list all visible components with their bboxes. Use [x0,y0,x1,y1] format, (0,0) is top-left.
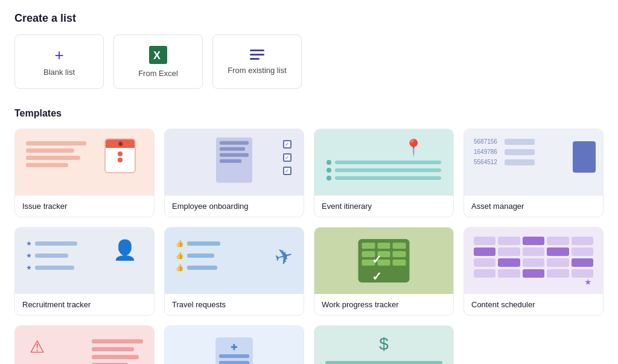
check-item-2: ✓ [283,153,291,162]
page-title: Create a list [14,12,604,25]
asset-manager-thumb: 5687156 1649786 5564512 [464,129,603,196]
templates-grid: 🐞 Issue tracker [14,129,604,364]
template-event-itinerary[interactable]: 📍 Event itinerary [314,129,454,217]
svg-text:X: X [153,49,161,62]
travel-lines: 👍 👍 👍 [176,240,220,276]
excel-icon: X [149,46,167,64]
template-incidents[interactable]: ⚠ Incidents [14,325,154,364]
employee-onboarding-thumb: ✓ ✓ ✓ [165,129,304,196]
work-progress-label: Work progress tracker [314,294,453,315]
medical-cross-icon: ✚ [231,342,238,352]
template-travel-requests[interactable]: 👍 👍 👍 ✈ Travel requests [164,227,304,316]
template-recruitment-tracker[interactable]: ★ ★ ★ 👤 Recruitment tracker [14,227,154,316]
template-employee-onboarding[interactable]: ✓ ✓ ✓ Employee onboarding [164,129,304,217]
asset-num-1: 5687156 [474,138,501,145]
patients-thumb: ✚ [165,326,304,364]
checkmark-icon-1: ✓ [372,252,382,267]
patients-clipboard: ✚ [215,337,253,364]
travel-requests-thumb: 👍 👍 👍 ✈ [165,228,304,294]
incidents-thumb: ⚠ [15,326,154,364]
loans-thumb: $ [314,326,453,364]
loan-lines [325,361,442,364]
blank-list-label: Blank list [43,68,75,77]
template-loans[interactable]: $ Loans [314,325,454,364]
person-icon: 👤 [113,238,137,261]
asset-rows: 5687156 1649786 5564512 [474,138,535,169]
lines-icon [250,48,264,61]
checkmark-icon-2: ✓ [372,269,382,284]
issue-tracker-thumb: 🐞 [15,129,154,196]
alert-icon: ⚠ [30,337,45,357]
from-existing-label: From existing list [228,66,287,75]
blank-list-button[interactable]: + Blank list [14,34,104,89]
from-existing-button[interactable]: From existing list [212,34,302,89]
event-itinerary-label: Event itinerary [314,196,453,217]
employee-doc [216,138,252,183]
templates-title: Templates [14,108,604,119]
template-issue-tracker[interactable]: 🐞 Issue tracker [14,129,154,217]
content-scheduler-thumb: ★ [464,228,603,294]
check-item-3: ✓ [283,167,291,175]
recruitment-tracker-thumb: ★ ★ ★ 👤 [15,228,154,294]
location-pin-icon: 📍 [404,138,423,157]
asset-manager-label: Asset manager [464,196,603,217]
employee-checklist: ✓ ✓ ✓ [283,140,291,175]
template-patients[interactable]: ✚ Patients [164,325,304,364]
work-board: ✓ ✓ [358,239,410,283]
recruit-star-lines: ★ ★ ★ [26,240,77,276]
asset-num-2: 1649786 [474,148,501,155]
issue-lines [26,141,86,170]
asset-num-3: 5564512 [474,159,501,165]
issue-tracker-label: Issue tracker [15,196,154,217]
work-progress-thumb: ✓ ✓ [314,228,453,294]
templates-section: Templates 🐞 [14,108,604,364]
incident-lines [92,339,143,364]
issue-calendar: 🐞 [104,138,136,173]
from-excel-button[interactable]: X From Excel [113,34,203,89]
travel-requests-label: Travel requests [165,294,304,315]
template-content-scheduler[interactable]: ★ Content scheduler [464,227,604,316]
asset-clipboard-icon [573,141,596,173]
template-asset-manager[interactable]: 5687156 1649786 5564512 Asset manager [464,129,604,217]
recruitment-tracker-label: Recruitment tracker [15,294,154,315]
from-excel-label: From Excel [138,69,178,78]
content-cal-grid [474,237,593,280]
template-work-progress[interactable]: ✓ ✓ Work progress tracker [314,227,454,316]
check-item-1: ✓ [283,140,291,148]
airplane-icon: ✈ [272,243,296,272]
star-mark-icon: ★ [584,277,592,287]
event-itinerary-thumb: 📍 [314,129,453,196]
create-options-row: + Blank list X From Excel From existing … [14,34,604,89]
content-scheduler-label: Content scheduler [464,294,603,315]
employee-onboarding-label: Employee onboarding [165,196,304,217]
dollar-sign-icon: $ [379,334,389,354]
plus-icon: + [54,47,63,63]
event-rows [327,160,441,184]
